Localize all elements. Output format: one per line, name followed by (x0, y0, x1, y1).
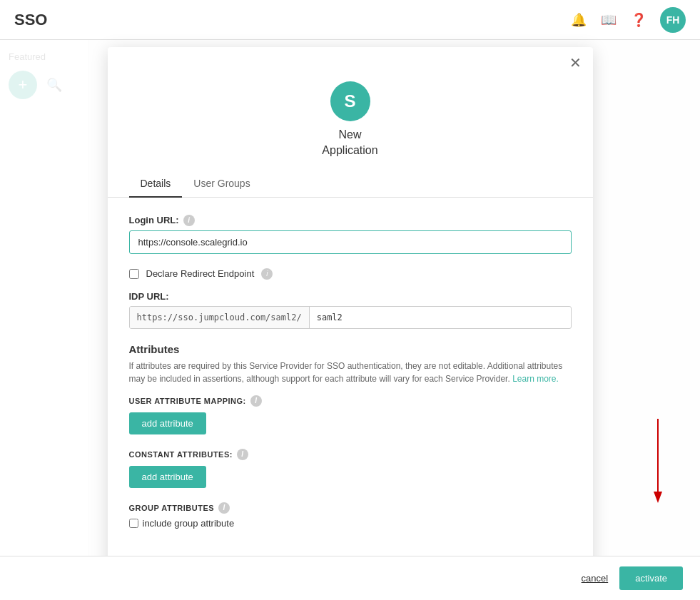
navbar: SSO 🔔 📖 ❓ FH (0, 0, 700, 40)
activate-button[interactable]: activate (619, 566, 683, 590)
modal: ✕ S New Application Details User Groups … (108, 47, 593, 600)
navbar-icons: 🔔 📖 ❓ FH (570, 7, 686, 33)
app-avatar: S (330, 81, 370, 121)
user-attr-mapping-section: add attribute (129, 412, 572, 434)
tab-user-groups[interactable]: User Groups (182, 171, 261, 198)
tabs: Details User Groups (108, 171, 593, 198)
declare-redirect-info-icon[interactable]: i (261, 268, 273, 280)
declare-redirect-checkbox[interactable] (129, 269, 139, 279)
idp-url-suffix: saml2 (310, 307, 571, 328)
add-constant-attribute-button[interactable]: add attribute (129, 466, 206, 488)
include-group-label: include group attribute (143, 518, 235, 529)
help-icon[interactable]: ❓ (630, 11, 647, 29)
user-attr-info-icon[interactable]: i (250, 395, 262, 407)
attributes-desc: If attributes are required by this Servi… (129, 360, 572, 385)
app-name: New Application (322, 127, 377, 159)
login-url-input[interactable] (129, 230, 572, 254)
close-button[interactable]: ✕ (569, 56, 582, 70)
app-title: SSO (14, 11, 570, 29)
idp-url-row: https://sso.jumpcloud.com/saml2/ saml2 (129, 306, 572, 329)
group-attrs-label: GROUP ATTRIBUTES i (129, 502, 572, 514)
constant-attrs-section: add attribute (129, 466, 572, 488)
attributes-title: Attributes (129, 343, 572, 355)
bell-icon[interactable]: 🔔 (570, 11, 587, 29)
user-avatar[interactable]: FH (660, 7, 686, 33)
idp-url-prefix: https://sso.jumpcloud.com/saml2/ (130, 307, 310, 328)
modal-header: ✕ (108, 47, 593, 70)
add-user-attribute-button[interactable]: add attribute (129, 412, 206, 434)
declare-redirect-row: Declare Redirect Endpoint i (129, 268, 572, 280)
form-content: Login URL: i Declare Redirect Endpoint i… (108, 198, 593, 600)
declare-redirect-label: Declare Redirect Endpoint (146, 268, 255, 279)
login-url-label: Login URL: i (129, 215, 572, 226)
attributes-group: Attributes If attributes are required by… (129, 343, 572, 529)
tab-details[interactable]: Details (129, 171, 183, 198)
modal-overlay: ✕ S New Application Details User Groups … (0, 40, 700, 600)
book-icon[interactable]: 📖 (600, 11, 617, 29)
app-info: S New Application (108, 70, 593, 165)
login-url-info-icon[interactable]: i (183, 215, 195, 226)
idp-url-label: IDP URL: (129, 291, 572, 302)
constant-attr-info-icon[interactable]: i (237, 449, 248, 460)
login-url-group: Login URL: i (129, 215, 572, 254)
constant-attrs-label: CONSTANT ATTRIBUTES: i (129, 449, 572, 460)
cancel-button[interactable]: cancel (582, 573, 609, 584)
idp-url-group: IDP URL: https://sso.jumpcloud.com/saml2… (129, 291, 572, 329)
group-attr-info-icon[interactable]: i (218, 502, 230, 514)
include-group-attribute-checkbox[interactable] (129, 519, 138, 528)
group-attr-row: include group attribute (129, 518, 572, 529)
learn-more-link[interactable]: Learn more. (512, 374, 559, 384)
user-attr-mapping-label: USER ATTRIBUTE MAPPING: i (129, 395, 572, 407)
modal-footer: cancel activate (0, 556, 700, 600)
